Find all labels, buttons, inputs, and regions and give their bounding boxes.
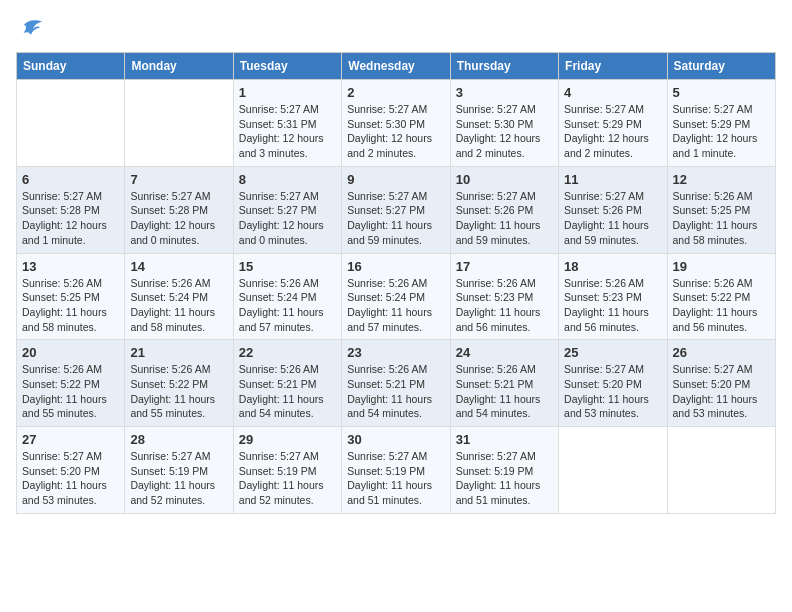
day-detail: Sunrise: 5:26 AM Sunset: 5:24 PM Dayligh… (347, 276, 444, 335)
calendar-cell: 6Sunrise: 5:27 AM Sunset: 5:28 PM Daylig… (17, 166, 125, 253)
day-number: 9 (347, 172, 444, 187)
day-detail: Sunrise: 5:27 AM Sunset: 5:19 PM Dayligh… (130, 449, 227, 508)
day-detail: Sunrise: 5:27 AM Sunset: 5:26 PM Dayligh… (564, 189, 661, 248)
day-detail: Sunrise: 5:27 AM Sunset: 5:20 PM Dayligh… (673, 362, 770, 421)
day-detail: Sunrise: 5:26 AM Sunset: 5:22 PM Dayligh… (130, 362, 227, 421)
calendar-cell: 21Sunrise: 5:26 AM Sunset: 5:22 PM Dayli… (125, 340, 233, 427)
day-number: 2 (347, 85, 444, 100)
day-number: 16 (347, 259, 444, 274)
day-number: 11 (564, 172, 661, 187)
calendar-cell: 3Sunrise: 5:27 AM Sunset: 5:30 PM Daylig… (450, 80, 558, 167)
day-detail: Sunrise: 5:27 AM Sunset: 5:31 PM Dayligh… (239, 102, 336, 161)
header-row: SundayMondayTuesdayWednesdayThursdayFrid… (17, 53, 776, 80)
calendar-body: 1Sunrise: 5:27 AM Sunset: 5:31 PM Daylig… (17, 80, 776, 514)
day-number: 3 (456, 85, 553, 100)
day-detail: Sunrise: 5:26 AM Sunset: 5:23 PM Dayligh… (456, 276, 553, 335)
calendar-cell: 22Sunrise: 5:26 AM Sunset: 5:21 PM Dayli… (233, 340, 341, 427)
day-number: 10 (456, 172, 553, 187)
day-number: 14 (130, 259, 227, 274)
day-detail: Sunrise: 5:27 AM Sunset: 5:20 PM Dayligh… (564, 362, 661, 421)
day-detail: Sunrise: 5:27 AM Sunset: 5:19 PM Dayligh… (239, 449, 336, 508)
day-number: 18 (564, 259, 661, 274)
day-detail: Sunrise: 5:26 AM Sunset: 5:22 PM Dayligh… (22, 362, 119, 421)
header-day: Monday (125, 53, 233, 80)
day-number: 5 (673, 85, 770, 100)
day-detail: Sunrise: 5:27 AM Sunset: 5:29 PM Dayligh… (673, 102, 770, 161)
calendar-cell: 23Sunrise: 5:26 AM Sunset: 5:21 PM Dayli… (342, 340, 450, 427)
calendar-cell: 5Sunrise: 5:27 AM Sunset: 5:29 PM Daylig… (667, 80, 775, 167)
day-detail: Sunrise: 5:27 AM Sunset: 5:28 PM Dayligh… (130, 189, 227, 248)
header-day: Saturday (667, 53, 775, 80)
day-detail: Sunrise: 5:27 AM Sunset: 5:30 PM Dayligh… (347, 102, 444, 161)
day-number: 28 (130, 432, 227, 447)
logo-icon (16, 16, 44, 44)
day-number: 23 (347, 345, 444, 360)
calendar-cell: 2Sunrise: 5:27 AM Sunset: 5:30 PM Daylig… (342, 80, 450, 167)
day-number: 17 (456, 259, 553, 274)
day-detail: Sunrise: 5:26 AM Sunset: 5:21 PM Dayligh… (239, 362, 336, 421)
day-number: 1 (239, 85, 336, 100)
day-number: 22 (239, 345, 336, 360)
page-header (16, 16, 776, 44)
day-detail: Sunrise: 5:26 AM Sunset: 5:23 PM Dayligh… (564, 276, 661, 335)
calendar-cell: 12Sunrise: 5:26 AM Sunset: 5:25 PM Dayli… (667, 166, 775, 253)
day-detail: Sunrise: 5:26 AM Sunset: 5:24 PM Dayligh… (239, 276, 336, 335)
day-number: 6 (22, 172, 119, 187)
calendar-cell: 27Sunrise: 5:27 AM Sunset: 5:20 PM Dayli… (17, 427, 125, 514)
calendar-cell: 28Sunrise: 5:27 AM Sunset: 5:19 PM Dayli… (125, 427, 233, 514)
day-detail: Sunrise: 5:27 AM Sunset: 5:26 PM Dayligh… (456, 189, 553, 248)
day-number: 31 (456, 432, 553, 447)
calendar-cell: 17Sunrise: 5:26 AM Sunset: 5:23 PM Dayli… (450, 253, 558, 340)
calendar-table: SundayMondayTuesdayWednesdayThursdayFrid… (16, 52, 776, 514)
calendar-cell: 10Sunrise: 5:27 AM Sunset: 5:26 PM Dayli… (450, 166, 558, 253)
calendar-cell: 9Sunrise: 5:27 AM Sunset: 5:27 PM Daylig… (342, 166, 450, 253)
day-number: 29 (239, 432, 336, 447)
header-day: Tuesday (233, 53, 341, 80)
day-number: 19 (673, 259, 770, 274)
header-day: Thursday (450, 53, 558, 80)
day-detail: Sunrise: 5:26 AM Sunset: 5:24 PM Dayligh… (130, 276, 227, 335)
calendar-cell (125, 80, 233, 167)
calendar-week: 27Sunrise: 5:27 AM Sunset: 5:20 PM Dayli… (17, 427, 776, 514)
day-detail: Sunrise: 5:27 AM Sunset: 5:19 PM Dayligh… (347, 449, 444, 508)
calendar-cell (559, 427, 667, 514)
day-number: 26 (673, 345, 770, 360)
calendar-cell: 19Sunrise: 5:26 AM Sunset: 5:22 PM Dayli… (667, 253, 775, 340)
day-detail: Sunrise: 5:27 AM Sunset: 5:19 PM Dayligh… (456, 449, 553, 508)
calendar-cell: 4Sunrise: 5:27 AM Sunset: 5:29 PM Daylig… (559, 80, 667, 167)
day-number: 4 (564, 85, 661, 100)
day-detail: Sunrise: 5:26 AM Sunset: 5:21 PM Dayligh… (456, 362, 553, 421)
day-number: 20 (22, 345, 119, 360)
calendar-cell: 20Sunrise: 5:26 AM Sunset: 5:22 PM Dayli… (17, 340, 125, 427)
calendar-cell (17, 80, 125, 167)
day-detail: Sunrise: 5:27 AM Sunset: 5:27 PM Dayligh… (239, 189, 336, 248)
day-detail: Sunrise: 5:26 AM Sunset: 5:21 PM Dayligh… (347, 362, 444, 421)
day-detail: Sunrise: 5:26 AM Sunset: 5:22 PM Dayligh… (673, 276, 770, 335)
day-detail: Sunrise: 5:26 AM Sunset: 5:25 PM Dayligh… (673, 189, 770, 248)
calendar-week: 13Sunrise: 5:26 AM Sunset: 5:25 PM Dayli… (17, 253, 776, 340)
header-day: Sunday (17, 53, 125, 80)
calendar-header: SundayMondayTuesdayWednesdayThursdayFrid… (17, 53, 776, 80)
day-number: 12 (673, 172, 770, 187)
day-number: 13 (22, 259, 119, 274)
day-detail: Sunrise: 5:27 AM Sunset: 5:27 PM Dayligh… (347, 189, 444, 248)
calendar-cell (667, 427, 775, 514)
calendar-cell: 1Sunrise: 5:27 AM Sunset: 5:31 PM Daylig… (233, 80, 341, 167)
logo (16, 16, 48, 44)
calendar-cell: 31Sunrise: 5:27 AM Sunset: 5:19 PM Dayli… (450, 427, 558, 514)
calendar-cell: 26Sunrise: 5:27 AM Sunset: 5:20 PM Dayli… (667, 340, 775, 427)
calendar-cell: 11Sunrise: 5:27 AM Sunset: 5:26 PM Dayli… (559, 166, 667, 253)
calendar-week: 6Sunrise: 5:27 AM Sunset: 5:28 PM Daylig… (17, 166, 776, 253)
calendar-cell: 30Sunrise: 5:27 AM Sunset: 5:19 PM Dayli… (342, 427, 450, 514)
calendar-cell: 29Sunrise: 5:27 AM Sunset: 5:19 PM Dayli… (233, 427, 341, 514)
day-number: 7 (130, 172, 227, 187)
day-number: 25 (564, 345, 661, 360)
day-detail: Sunrise: 5:27 AM Sunset: 5:28 PM Dayligh… (22, 189, 119, 248)
day-number: 27 (22, 432, 119, 447)
day-number: 24 (456, 345, 553, 360)
calendar-cell: 16Sunrise: 5:26 AM Sunset: 5:24 PM Dayli… (342, 253, 450, 340)
calendar-cell: 8Sunrise: 5:27 AM Sunset: 5:27 PM Daylig… (233, 166, 341, 253)
day-detail: Sunrise: 5:27 AM Sunset: 5:20 PM Dayligh… (22, 449, 119, 508)
day-number: 15 (239, 259, 336, 274)
day-detail: Sunrise: 5:27 AM Sunset: 5:30 PM Dayligh… (456, 102, 553, 161)
